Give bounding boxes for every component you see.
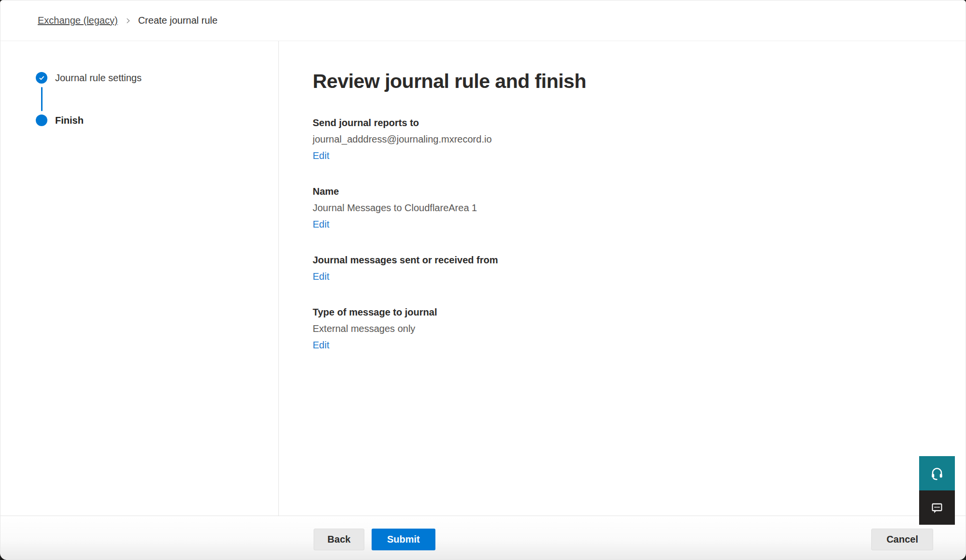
create-journal-rule-flyout: Exchange (legacy) Create journal rule Jo… bbox=[0, 0, 966, 560]
edit-scope-link[interactable]: Edit bbox=[313, 268, 329, 285]
section-label: Journal messages sent or received from bbox=[313, 252, 966, 268]
review-pane: Review journal rule and finish Send jour… bbox=[279, 41, 966, 516]
headset-icon bbox=[930, 466, 944, 481]
chevron-right-icon bbox=[125, 17, 131, 24]
edit-message-type-link[interactable]: Edit bbox=[313, 337, 329, 353]
step-connector-line bbox=[41, 87, 43, 111]
wizard-step-label: Finish bbox=[55, 115, 84, 126]
cancel-button[interactable]: Cancel bbox=[871, 529, 933, 550]
review-section-message-type: Type of message to journal External mess… bbox=[313, 304, 966, 353]
wizard-step-label: Journal rule settings bbox=[55, 72, 142, 84]
review-section-send-journal-reports-to: Send journal reports to journal_adddress… bbox=[313, 115, 966, 164]
wizard-step-finish[interactable]: Finish bbox=[36, 115, 278, 126]
section-value: Journal Messages to CloudflareArea 1 bbox=[313, 200, 966, 216]
breadcrumb-create-journal-rule: Create journal rule bbox=[138, 15, 218, 26]
chat-bubble-icon bbox=[930, 501, 944, 515]
review-section-name: Name Journal Messages to CloudflareArea … bbox=[313, 183, 966, 232]
section-label: Type of message to journal bbox=[313, 304, 966, 320]
content-area: Journal rule settings Finish Review jour… bbox=[0, 41, 966, 516]
check-circle-icon bbox=[36, 72, 47, 84]
filled-dot-icon bbox=[36, 115, 47, 126]
help-button[interactable] bbox=[919, 456, 955, 490]
wizard-step-journal-rule-settings[interactable]: Journal rule settings bbox=[36, 72, 278, 84]
review-section-journal-messages-scope: Journal messages sent or received from E… bbox=[313, 252, 966, 285]
back-button[interactable]: Back bbox=[314, 529, 364, 550]
action-bar: Back Submit Cancel bbox=[0, 516, 966, 560]
edit-name-link[interactable]: Edit bbox=[313, 216, 329, 232]
section-label: Send journal reports to bbox=[313, 115, 966, 131]
submit-button[interactable]: Submit bbox=[372, 529, 435, 550]
edit-send-journal-reports-link[interactable]: Edit bbox=[313, 147, 329, 164]
floating-helpers bbox=[919, 456, 955, 525]
wizard-steps-panel: Journal rule settings Finish bbox=[0, 41, 279, 516]
section-value: External messages only bbox=[313, 320, 966, 337]
breadcrumb-exchange-legacy[interactable]: Exchange (legacy) bbox=[38, 15, 118, 26]
breadcrumb: Exchange (legacy) Create journal rule bbox=[0, 0, 966, 41]
section-value: journal_adddress@journaling.mxrecord.io bbox=[313, 131, 966, 147]
section-label: Name bbox=[313, 183, 966, 200]
feedback-button[interactable] bbox=[919, 490, 955, 525]
page-title: Review journal rule and finish bbox=[313, 69, 966, 93]
